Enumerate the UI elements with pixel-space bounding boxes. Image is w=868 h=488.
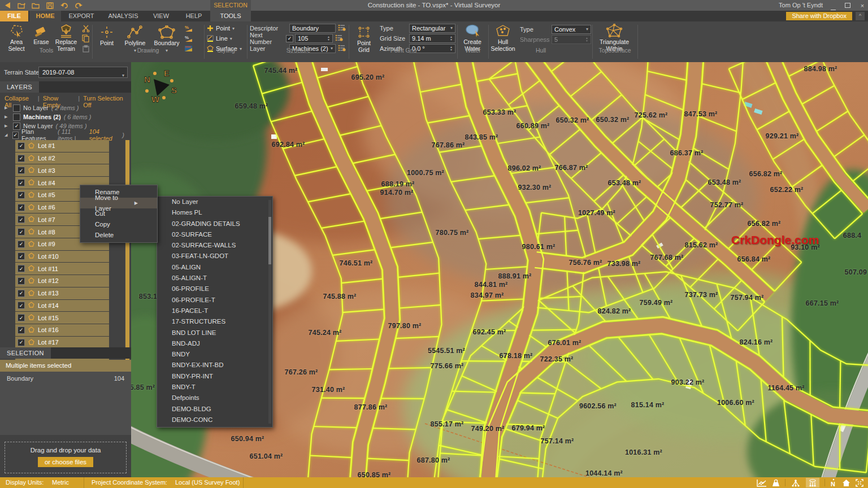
flight-camera-icon[interactable] <box>791 478 801 487</box>
layers-link-turn-selection-off[interactable]: Turn Selection Off <box>83 95 129 103</box>
erase-button[interactable]: Erase <box>31 23 52 46</box>
tab-home[interactable]: HOME <box>29 11 61 21</box>
submenu-item-02-grading-details[interactable]: 02-GRADING DETAILS <box>157 219 272 229</box>
home-view-icon[interactable] <box>842 478 850 487</box>
lot-list-item[interactable]: ✓Lot #10 <box>15 251 109 263</box>
submenu-item-bnd-adj[interactable]: BND-ADJ <box>157 338 272 349</box>
layers-link-collapse-all[interactable]: Collapse All <box>5 95 34 103</box>
hull-type-dropdown[interactable]: Convex▾ <box>552 25 591 34</box>
layer-checkbox[interactable] <box>13 114 20 121</box>
tab-selection-tools[interactable]: TOOLS <box>210 11 251 21</box>
pg-type-dropdown[interactable]: Rectangular▾ <box>409 24 455 33</box>
layer-checkbox[interactable]: ✓ <box>13 123 20 130</box>
display-units-value[interactable]: Metric <box>52 477 69 488</box>
descriptor-presets-icon[interactable] <box>338 24 346 32</box>
context-menu-item-move-to-layer[interactable]: Move to Layer▶ <box>80 198 157 208</box>
context-menu-item-delete[interactable]: Delete <box>80 230 157 241</box>
layer-tree-row[interactable]: ◢✓Plan Features( 111 items | 104 selecte… <box>0 130 124 140</box>
lot-list-item[interactable]: ✓Lot #11 <box>15 263 109 274</box>
tab-export[interactable]: EXPORT <box>63 11 99 21</box>
maximize-button[interactable] <box>844 2 851 9</box>
context-menu-item-copy[interactable]: Copy <box>80 219 157 230</box>
layers-tab[interactable]: LAYERS <box>0 81 39 93</box>
north-arrow-icon[interactable]: N <box>830 478 837 487</box>
submenu-item-16-pacel-t[interactable]: 16-PACEL-T <box>157 306 272 316</box>
profile-view-icon[interactable] <box>757 478 767 487</box>
lot-list-item[interactable]: ✓Lot #17 <box>15 337 109 348</box>
lot-list-item[interactable]: ✓Lot #12 <box>15 275 109 287</box>
submenu-item-03-feat-ln-gdot[interactable]: 03-FEAT-LN-GDOT <box>157 251 272 262</box>
tree-collapsed-icon[interactable]: ▶ <box>5 115 10 119</box>
close-button[interactable]: × <box>859 2 866 9</box>
slope-percent-icon[interactable]: % <box>184 24 193 32</box>
minimize-button[interactable] <box>830 2 836 9</box>
submenu-item-02-surface[interactable]: 02-SURFACE <box>157 229 272 240</box>
submenu-item-bnd-lot-line[interactable]: BND LOT LINE <box>157 328 272 338</box>
submenu-item-bndy-t[interactable]: BNDY-T <box>157 382 272 393</box>
tree-expanded-icon[interactable]: ◢ <box>5 133 10 137</box>
submenu-item-17-structures[interactable]: 17-STRUCTURES <box>157 316 272 327</box>
drop-zone[interactable]: Drag and drop your data or choose files <box>5 442 127 473</box>
lot-checkbox[interactable]: ✓ <box>18 142 25 150</box>
lot-checkbox[interactable]: ✓ <box>18 228 25 236</box>
next-number-checkbox[interactable]: ✓ <box>286 35 293 42</box>
submenu-item-05-align-t[interactable]: 05-ALIGN-T <box>157 273 272 284</box>
lot-checkbox[interactable]: ✓ <box>18 252 25 260</box>
submenu-item-bndy[interactable]: BNDY <box>157 349 272 360</box>
copy-icon[interactable] <box>81 34 90 42</box>
lot-checkbox[interactable]: ✓ <box>18 339 25 346</box>
tree-collapsed-icon[interactable]: ▶ <box>5 106 10 110</box>
tab-analysis[interactable]: ANALYSIS <box>104 11 142 21</box>
lot-list-item[interactable]: ✓Lot #1 <box>15 140 109 152</box>
lot-checkbox[interactable]: ✓ <box>18 314 25 321</box>
lot-checkbox[interactable]: ✓ <box>18 167 25 174</box>
lot-checkbox[interactable]: ✓ <box>18 179 25 186</box>
submenu-item-demo-bldg[interactable]: DEMO-BLDG <box>157 404 272 415</box>
fullscreen-icon[interactable] <box>856 478 863 487</box>
descriptor-input[interactable]: Boundary <box>289 24 336 33</box>
weight-icon[interactable] <box>772 478 780 487</box>
lot-checkbox[interactable]: ✓ <box>18 326 25 334</box>
submenu-item-06-profile-t[interactable]: 06-PROFILE-T <box>157 295 272 306</box>
selection-row[interactable]: Boundary 104 <box>0 372 131 382</box>
tab-view[interactable]: VIEW <box>146 11 176 21</box>
account-name[interactable]: Tom Op 't Eyndt <box>779 0 823 11</box>
layers-link-show-empty[interactable]: Show Empty <box>43 95 75 103</box>
lot-checkbox[interactable]: ✓ <box>18 290 25 297</box>
lot-checkbox[interactable]: ✓ <box>18 191 25 199</box>
lot-checkbox[interactable]: ✓ <box>18 302 25 309</box>
share-with-dropbox-button[interactable]: Share with Dropbox <box>786 12 852 20</box>
lot-list-item[interactable]: ✓Lot #3 <box>15 164 109 176</box>
styling-point-button[interactable]: Point▾ <box>207 23 245 33</box>
number-presets-icon[interactable] <box>335 34 343 42</box>
lot-checkbox[interactable]: ✓ <box>18 277 25 285</box>
submenu-scrollbar[interactable] <box>268 200 271 424</box>
coordinate-system-value[interactable]: Local (US Survey Foot) <box>175 477 240 488</box>
styling-line-button[interactable]: Line▾ <box>207 33 245 43</box>
tab-help[interactable]: HELP <box>180 11 208 21</box>
lot-checkbox[interactable]: ✓ <box>18 265 25 272</box>
flight-camera-active-icon[interactable] <box>806 478 819 487</box>
lot-list-item[interactable]: ✓Lot #13 <box>15 287 109 299</box>
compass[interactable]: N E S W <box>131 62 188 111</box>
submenu-item-02-surface-walls[interactable]: 02-SURFACE-WALLS <box>157 240 272 251</box>
point-button[interactable]: Point <box>94 24 119 47</box>
lot-checkbox[interactable]: ✓ <box>18 241 25 248</box>
submenu-item-homes-pl[interactable]: Homes PL <box>157 207 272 218</box>
submenu-item-bndy-ex-int-bd[interactable]: BNDY-EX-INT-BD <box>157 360 272 371</box>
tab-file[interactable]: FILE <box>0 11 28 21</box>
layer-tree-row[interactable]: ▶Machines (2)( 6 items ) <box>0 112 124 121</box>
terrain-state-dropdown[interactable]: 2019-07-08▾ <box>38 67 128 78</box>
layer-tree-row[interactable]: ▶No Layer( 2 items ) <box>0 103 124 112</box>
cut-icon[interactable] <box>81 24 90 32</box>
lot-checkbox[interactable]: ✓ <box>18 216 25 223</box>
pg-grid-size-input[interactable]: 9.14 m▲▼ <box>409 34 455 43</box>
selection-tab[interactable]: SELECTION <box>0 347 51 359</box>
choose-files-button[interactable]: or choose files <box>38 457 93 467</box>
tree-collapsed-icon[interactable]: ▶ <box>5 124 10 128</box>
lot-checkbox[interactable]: ✓ <box>18 155 25 162</box>
collapse-ribbon-icon[interactable]: ^ <box>856 12 865 20</box>
slope-percent-alt-icon[interactable]: % <box>184 34 193 42</box>
layer-checkbox[interactable] <box>13 104 20 112</box>
lot-list-item[interactable]: ✓Lot #2 <box>15 152 109 164</box>
